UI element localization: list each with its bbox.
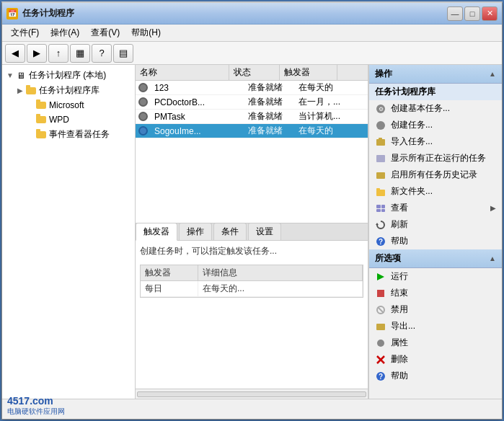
props-icon (375, 337, 386, 349)
tab-scrollbar-track (137, 391, 366, 397)
show-hide-button[interactable]: ▦ (70, 44, 90, 63)
right-action-end[interactable]: 结束 (369, 285, 502, 301)
right-action-delete[interactable]: 删除 (369, 351, 502, 368)
right-section2-collapse[interactable]: ▲ (489, 254, 496, 262)
svg-rect-17 (377, 290, 384, 297)
right-action-new-folder[interactable]: 新文件夹... (369, 183, 502, 200)
task-row-sogou[interactable]: SogouIme... 准备就绪 在每天的 (136, 124, 368, 138)
tree-expand-ev (28, 130, 35, 140)
svg-marker-13 (376, 223, 379, 225)
right-action-view[interactable]: 查看 ▶ (369, 200, 502, 216)
tree-expand-ms[interactable] (28, 100, 35, 110)
svg-rect-6 (376, 172, 385, 179)
tree-root[interactable]: ▼ 🖥 任务计划程序 (本地) (2, 68, 135, 83)
help-toolbar-button[interactable]: ? (92, 44, 112, 63)
menu-file[interactable]: 文件(F) (5, 25, 45, 40)
import-icon (375, 136, 386, 148)
right-action-run-label: 运行 (391, 270, 408, 283)
tree-item-wpd[interactable]: WPD (2, 112, 135, 127)
right-section-collapse-arrow[interactable]: ▲ (489, 70, 496, 78)
up-button[interactable]: ↑ (48, 44, 68, 63)
menu-action[interactable]: 操作(A) (45, 25, 85, 40)
right-action-export-label: 导出... (391, 320, 415, 332)
right-action-show-running-label: 显示所有正在运行的任务 (391, 152, 486, 164)
right-action-disable[interactable]: 禁用 (369, 301, 502, 318)
right-action-run[interactable]: 运行 (369, 268, 502, 285)
task-icon-123 (137, 82, 149, 94)
svg-rect-5 (376, 155, 385, 162)
task-row-pcdoctor[interactable]: PCDoctorB... 准备就绪 在一月，... (136, 95, 368, 110)
show-running-icon (375, 153, 386, 164)
disable-icon (375, 304, 386, 316)
right-action-enable-history[interactable]: 启用所有任务历史记录 (369, 167, 502, 183)
task-trigger-123: 在每天的 (294, 81, 352, 94)
window-icon: 📅 (6, 8, 18, 19)
forward-button[interactable]: ▶ (27, 44, 47, 63)
right-action-enable-history-label: 启用所有任务历史记录 (391, 169, 477, 181)
right-action-create[interactable]: 创建任务... (369, 117, 502, 133)
right-action-create-basic[interactable]: ⚙ 创建基本任务... (369, 100, 502, 117)
right-action-refresh[interactable]: 刷新 (369, 216, 502, 233)
status-bar (2, 399, 502, 419)
tab-trigger[interactable]: 触发器 (136, 223, 177, 241)
subtable-header: 触发器 详细信息 (141, 265, 363, 281)
computer-icon: 🖥 (15, 70, 27, 81)
col-header-name: 名称 (136, 65, 229, 80)
view-icon (375, 203, 386, 214)
right-action-import-label: 导入任务... (391, 136, 433, 148)
task-row-pmtask[interactable]: PMTask 准备就绪 当计算机... (136, 110, 368, 124)
folder-wpd-icon (35, 114, 47, 125)
create-basic-icon: ⚙ (375, 103, 386, 115)
tree-item-eventvwr[interactable]: 事件查看器任务 (2, 127, 135, 142)
tab-action[interactable]: 操作 (179, 223, 212, 240)
right-action-export[interactable]: 导出... (369, 318, 502, 334)
svg-text:?: ? (379, 238, 383, 246)
folder-ms-icon (35, 99, 47, 111)
title-bar: 📅 任务计划程序 — □ ✕ (2, 3, 502, 25)
tree-expand-root[interactable]: ▼ (5, 71, 15, 81)
maximize-button[interactable]: □ (464, 6, 480, 21)
bottom-tabs: 触发器 操作 条件 设置 创建任务时，可以指定触发该任务... 触发器 详细信息 (136, 223, 368, 399)
tree-ms-label: Microsoft (49, 100, 84, 110)
right-action-import[interactable]: 导入任务... (369, 133, 502, 150)
tab-content-area: 创建任务时，可以指定触发该任务... 触发器 详细信息 每日 在每天的... (136, 241, 368, 389)
right-action-props[interactable]: 属性 (369, 334, 502, 351)
subtable-row-1[interactable]: 每日 在每天的... (141, 281, 363, 297)
close-button[interactable]: ✕ (482, 6, 498, 21)
minimize-button[interactable]: — (447, 6, 463, 21)
svg-rect-11 (376, 209, 381, 212)
tab-settings[interactable]: 设置 (248, 223, 281, 240)
task-icon-pmtask (137, 111, 149, 123)
tree-item-microsoft[interactable]: Microsoft (2, 98, 135, 112)
right-action-show-running[interactable]: 显示所有正在运行的任务 (369, 150, 502, 167)
svg-text:⚙: ⚙ (379, 106, 384, 112)
svg-line-19 (378, 307, 384, 313)
svg-rect-4 (379, 138, 382, 140)
task-name-pmtask: PMTask (150, 111, 244, 123)
task-status-pcdoctor: 准备就绪 (244, 95, 294, 109)
task-trigger-pmtask: 当计算机... (294, 110, 352, 123)
right-action-help-selected[interactable]: ? 帮助 (369, 368, 502, 384)
tree-expand-library[interactable]: ▶ (15, 86, 25, 96)
folder-ev-icon (35, 129, 47, 141)
task-name-pcdoctor: PCDoctorB... (150, 97, 244, 108)
right-action-help-selected-label: 帮助 (391, 370, 408, 382)
right-action-props-label: 属性 (391, 337, 408, 349)
back-button[interactable]: ◀ (5, 44, 25, 63)
tree-item-library[interactable]: ▶ 任务计划程序库 (2, 83, 135, 98)
watermark-line1: 4517.com (7, 395, 65, 407)
right-library-label: 任务计划程序库 (369, 84, 502, 100)
task-row-123[interactable]: 123 准备就绪 在每天的 (136, 81, 368, 95)
tab-content-scrollbar-h[interactable] (136, 389, 368, 399)
right-action-help-library[interactable]: ? 帮助 (369, 233, 502, 249)
watermark: 4517.com 电脑硬软件应用网 (7, 395, 65, 417)
tab-bar: 触发器 操作 条件 设置 (136, 223, 368, 241)
svg-rect-9 (376, 205, 381, 208)
menu-view[interactable]: 查看(V) (85, 25, 125, 40)
properties-button[interactable]: ▤ (113, 44, 133, 63)
task-icon-pcdoctor (137, 97, 149, 108)
tree-ev-label: 事件查看器任务 (49, 128, 110, 141)
tab-condition[interactable]: 条件 (213, 223, 247, 240)
menu-help[interactable]: 帮助(H) (125, 25, 167, 40)
right-action-refresh-label: 刷新 (391, 218, 408, 231)
